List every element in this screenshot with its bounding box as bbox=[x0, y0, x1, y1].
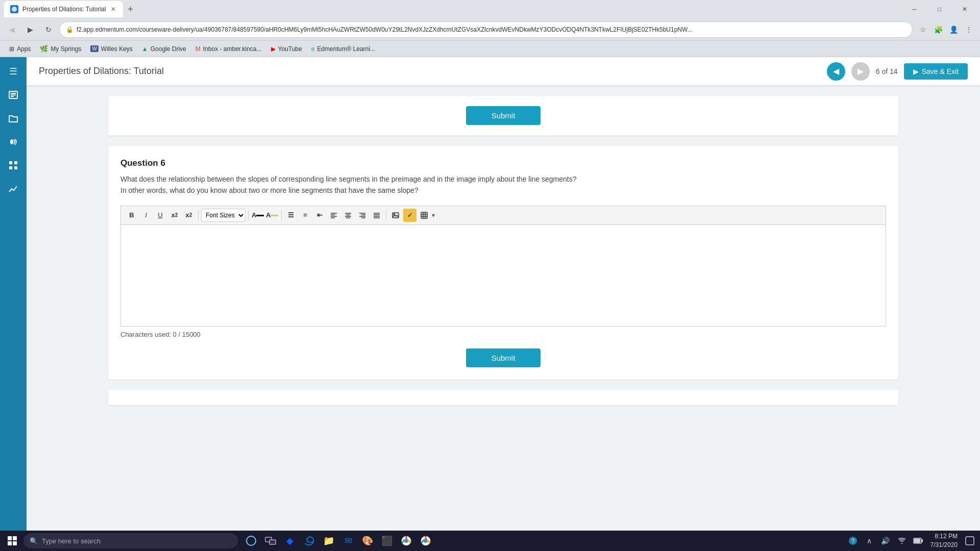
prev-page-button[interactable]: ◀ bbox=[827, 62, 845, 81]
editor-toolbar: B I U x2 x2 Font Sizes 810121416 A bbox=[120, 206, 886, 224]
underline-button[interactable]: U bbox=[154, 209, 167, 222]
indent-button[interactable]: ⇤ bbox=[313, 209, 326, 222]
tab-close-button[interactable]: ✕ bbox=[110, 5, 117, 14]
cortana-button[interactable] bbox=[242, 532, 260, 550]
submit-button[interactable]: Submit bbox=[466, 348, 541, 367]
back-button[interactable]: ◀ bbox=[4, 22, 19, 37]
clock-date: 7/31/2020 bbox=[930, 541, 958, 549]
bookmark-willeskeys[interactable]: W Willes Keys bbox=[86, 42, 136, 56]
svg-rect-6 bbox=[9, 161, 12, 164]
save-exit-icon: ▶ bbox=[913, 67, 919, 76]
bold-button[interactable]: B bbox=[125, 209, 138, 222]
svg-point-41 bbox=[404, 539, 408, 543]
table-button[interactable] bbox=[418, 209, 431, 222]
bookmark-inbox[interactable]: M Inbox - amber.kinca... bbox=[191, 42, 266, 56]
edge-button[interactable] bbox=[300, 532, 318, 550]
browser-titlebar: Properties of Dilations: Tutorial ✕ + ─ … bbox=[0, 0, 980, 18]
bullet-list-button[interactable]: ☰ bbox=[284, 209, 298, 222]
previous-question-card: Submit bbox=[108, 96, 898, 136]
justify-button[interactable] bbox=[370, 209, 383, 222]
start-button[interactable] bbox=[3, 532, 21, 550]
minimize-button[interactable]: ─ bbox=[903, 1, 926, 17]
dropbox-button[interactable]: ◆ bbox=[281, 532, 299, 550]
next-page-button[interactable]: ▶ bbox=[851, 62, 870, 81]
save-exit-label: Save & Exit bbox=[922, 67, 959, 76]
sidebar-chart-icon[interactable] bbox=[3, 179, 23, 199]
font-color-button[interactable]: A bbox=[251, 209, 264, 222]
separator-1 bbox=[198, 210, 199, 220]
numbered-list-button[interactable]: ≡ bbox=[299, 209, 312, 222]
search-icon: 🔍 bbox=[30, 537, 38, 545]
active-tab[interactable]: Properties of Dilations: Tutorial ✕ bbox=[4, 1, 123, 17]
battery-tray-icon[interactable] bbox=[911, 534, 925, 548]
content-scroll-area[interactable]: Submit Question 6 What does the relation… bbox=[27, 86, 980, 531]
bookmark-youtube[interactable]: ▶ YouTube bbox=[267, 42, 306, 56]
separator-4 bbox=[386, 210, 386, 220]
sidebar-edit-icon[interactable] bbox=[3, 85, 23, 105]
chevron-up-icon[interactable]: ∧ bbox=[862, 534, 876, 548]
svg-point-0 bbox=[12, 7, 17, 12]
explorer-button[interactable]: 📁 bbox=[320, 532, 338, 550]
chrome2-button[interactable] bbox=[416, 532, 435, 550]
new-tab-button[interactable]: + bbox=[123, 2, 137, 16]
minecraft-button[interactable]: ⬛ bbox=[378, 532, 396, 550]
table-dropdown[interactable]: ▾ bbox=[432, 212, 435, 219]
sidebar-folder-icon[interactable] bbox=[3, 108, 23, 129]
svg-rect-28 bbox=[421, 212, 427, 218]
align-center-button[interactable] bbox=[341, 209, 355, 222]
refresh-button[interactable]: ↻ bbox=[41, 22, 56, 37]
address-bar[interactable]: 🔒 f2.app.edmentum.com/courseware-deliver… bbox=[59, 21, 913, 38]
separator-2 bbox=[248, 210, 249, 220]
bookmark-edmentum[interactable]: e Edmentum® Learni... bbox=[307, 42, 379, 56]
browser-toolbar-icons: ☆ 🧩 👤 ⋮ bbox=[916, 22, 976, 37]
align-left-button[interactable] bbox=[327, 209, 340, 222]
krita-button[interactable]: 🎨 bbox=[358, 532, 377, 550]
wifi-tray-icon[interactable] bbox=[895, 534, 909, 548]
svg-point-37 bbox=[247, 536, 256, 545]
bookmark-star-button[interactable]: ☆ bbox=[916, 22, 930, 37]
subscript-button[interactable]: x2 bbox=[182, 209, 195, 222]
top-nav: Properties of Dilations: Tutorial ◀ ▶ 6 … bbox=[27, 57, 980, 86]
help-tray-icon[interactable]: ? bbox=[846, 534, 860, 548]
page-title: Properties of Dilations: Tutorial bbox=[39, 66, 827, 77]
speaker-tray-icon[interactable]: 🔊 bbox=[878, 534, 893, 548]
taskbar-search-bar[interactable]: 🔍 Type here to search bbox=[23, 533, 238, 548]
character-count: Characters used: 0 / 15000 bbox=[120, 331, 886, 338]
svg-rect-7 bbox=[14, 161, 17, 164]
forward-button[interactable]: ▶ bbox=[22, 22, 38, 37]
svg-point-43 bbox=[424, 539, 428, 543]
edmentum-icon: e bbox=[311, 45, 315, 53]
save-exit-button[interactable]: ▶ Save & Exit bbox=[904, 63, 968, 80]
editor-textarea[interactable] bbox=[120, 224, 886, 327]
sidebar-grid-icon[interactable] bbox=[3, 155, 23, 176]
bookmark-googledrive[interactable]: ▲ Google Drive bbox=[138, 42, 190, 56]
previous-submit-button[interactable]: Submit bbox=[466, 106, 541, 125]
close-button[interactable]: ✕ bbox=[953, 1, 976, 17]
question-text: What does the relationship between the s… bbox=[120, 173, 886, 196]
mail-button[interactable]: ✉ bbox=[339, 532, 357, 550]
svg-rect-39 bbox=[270, 540, 276, 544]
svg-text:?: ? bbox=[851, 538, 854, 545]
image-button[interactable] bbox=[389, 209, 402, 222]
align-right-button[interactable] bbox=[356, 209, 369, 222]
check-button[interactable]: ✓ bbox=[403, 209, 416, 222]
superscript-button[interactable]: x2 bbox=[168, 209, 181, 222]
lock-icon: 🔒 bbox=[66, 26, 74, 33]
font-size-select[interactable]: Font Sizes 810121416 bbox=[201, 209, 246, 222]
chrome-button[interactable] bbox=[397, 532, 415, 550]
nav-controls: ◀ ▶ 6 of 14 ▶ Save & Exit bbox=[827, 62, 968, 81]
notification-button[interactable] bbox=[963, 534, 977, 548]
question-6-card: Question 6 What does the relationship be… bbox=[108, 146, 898, 380]
maximize-button[interactable]: □ bbox=[928, 1, 951, 17]
profile-icon[interactable]: 👤 bbox=[946, 22, 961, 37]
sidebar-menu-icon[interactable]: ☰ bbox=[3, 61, 23, 82]
menu-dots-button[interactable]: ⋮ bbox=[962, 22, 976, 37]
bookmark-apps[interactable]: ⊞ Apps bbox=[5, 42, 35, 56]
italic-button[interactable]: I bbox=[139, 209, 153, 222]
tab-favicon bbox=[10, 5, 18, 13]
sidebar-audio-icon[interactable] bbox=[3, 132, 23, 152]
task-view-button[interactable] bbox=[261, 532, 280, 550]
bookmark-mysprings[interactable]: 🌿 My Springs bbox=[36, 42, 85, 56]
bg-color-button[interactable]: A bbox=[265, 209, 279, 222]
extensions-icon[interactable]: 🧩 bbox=[931, 22, 945, 37]
